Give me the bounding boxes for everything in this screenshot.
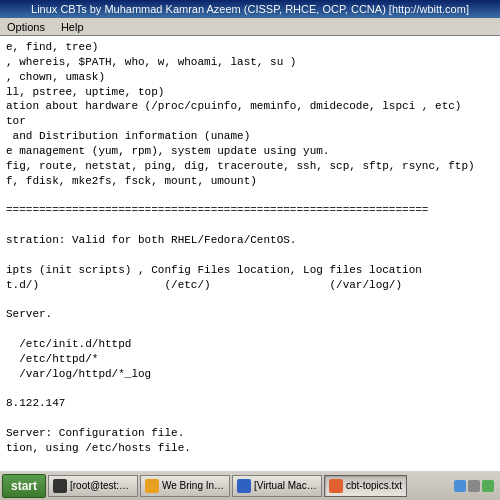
menu-bar: Options Help (0, 18, 500, 36)
text-icon (329, 479, 343, 493)
tray-icon-2 (468, 480, 480, 492)
taskbar-btn-1[interactable]: We Bring In To... (140, 475, 230, 497)
title-bar: Linux CBTs by Muhammad Kamran Azeem (CIS… (0, 0, 500, 18)
text-content: e, find, tree) , whereis, $PATH, who, w,… (0, 36, 500, 470)
vm-icon (237, 479, 251, 493)
menu-item-help[interactable]: Help (58, 20, 87, 34)
menu-item-options[interactable]: Options (4, 20, 48, 34)
taskbar-btn-label-2: [Virtual Machin... (254, 480, 317, 491)
browser-icon (145, 479, 159, 493)
system-tray (450, 480, 498, 492)
editor-area[interactable]: e, find, tree) , whereis, $PATH, who, w,… (0, 36, 500, 470)
start-button[interactable]: start (2, 474, 46, 498)
title-text: Linux CBTs by Muhammad Kamran Azeem (CIS… (31, 3, 469, 15)
taskbar-btn-label-3: cbt-topics.txt (346, 480, 402, 491)
taskbar-items: [root@test:~ -]We Bring In To...[Virtual… (48, 475, 448, 497)
taskbar-btn-label-1: We Bring In To... (162, 480, 225, 491)
terminal-icon (53, 479, 67, 493)
tray-icon-3 (482, 480, 494, 492)
taskbar-btn-label-0: [root@test:~ -] (70, 480, 133, 491)
taskbar-btn-0[interactable]: [root@test:~ -] (48, 475, 138, 497)
taskbar-btn-3[interactable]: cbt-topics.txt (324, 475, 407, 497)
taskbar: start [root@test:~ -]We Bring In To...[V… (0, 470, 500, 500)
start-label: start (11, 479, 37, 493)
tray-icon-1 (454, 480, 466, 492)
taskbar-btn-2[interactable]: [Virtual Machin... (232, 475, 322, 497)
